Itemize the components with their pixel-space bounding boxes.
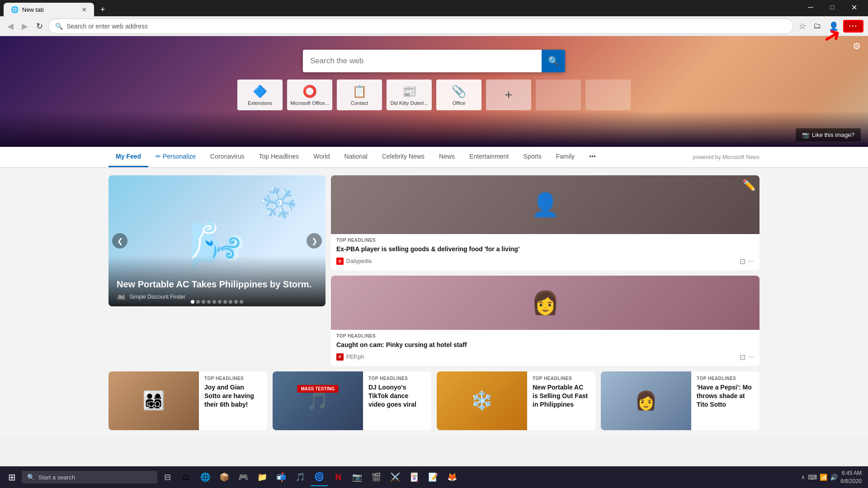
quick-link-empty1 [536, 80, 581, 110]
quick-link-extensions[interactable]: 🔷 Extensions [237, 80, 283, 110]
chrome-taskbar-button[interactable]: 🌐 [196, 468, 214, 486]
feed-nav-item-family[interactable]: Family [549, 147, 582, 167]
maximize-button[interactable]: □ [822, 0, 843, 14]
small-card-pepsi[interactable]: 👩 TOP HEADLINES 'Have a Pepsi': Mo throw… [601, 371, 760, 430]
refresh-button[interactable]: ↻ [33, 19, 46, 34]
feed-nav-item-entertainment[interactable]: Entertainment [462, 147, 516, 167]
new-tab-button[interactable]: + [96, 3, 110, 16]
quick-link-empty2 [585, 80, 631, 110]
favorites-icon[interactable]: ☆ [796, 19, 809, 34]
address-bar[interactable]: 🔍 Search or enter web address [48, 19, 793, 34]
feed-nav-item-celebrity[interactable]: Celebrity News [375, 147, 432, 167]
sotto-category: TOP HEADLINES [204, 376, 262, 381]
pba-title: Ex-PBA player is selling goods & deliver… [336, 245, 754, 253]
back-button[interactable]: ◀ [5, 19, 16, 34]
news-card-pinky[interactable]: 👩 TOP HEADLINES Caught on cam: Pinky cur… [331, 276, 760, 366]
search-button[interactable]: 🔍 [542, 50, 565, 72]
pep-icon: P [336, 353, 344, 361]
clash-button[interactable]: ⚔️ [386, 468, 404, 486]
network-icon[interactable]: 📶 [820, 474, 827, 481]
quick-link-add[interactable]: + [486, 80, 531, 110]
photos-button[interactable]: 📷 [348, 468, 366, 486]
pinky-person-icon: 👩 [531, 290, 559, 316]
feed-nav-item-more[interactable]: ••• [582, 147, 603, 167]
tray-up-icon[interactable]: ∧ [801, 474, 805, 480]
feed-nav-item-national[interactable]: National [337, 147, 375, 167]
active-tab[interactable]: 🌐 New tab ✕ [4, 3, 94, 16]
search-input[interactable] [303, 56, 542, 66]
xbox-button[interactable]: 🎮 [234, 468, 252, 486]
taskbar-time-display[interactable]: 6:45 AM 6/8/2020 [840, 469, 862, 485]
start-button[interactable]: ⊞ [3, 468, 21, 486]
edge-button[interactable]: 🌀 [310, 468, 328, 486]
dot-8 [229, 300, 232, 304]
small-card-sotto[interactable]: 👨‍👩‍👧‍👦 TOP HEADLINES Joy and Gian Sotto… [108, 371, 267, 430]
dailypedia-icon: D [336, 258, 344, 265]
clash2-button[interactable]: 🃏 [405, 468, 423, 486]
media-button[interactable]: 🎵 [291, 468, 309, 486]
settings-button[interactable]: ⚙ [853, 41, 861, 52]
duterte-icon: 📰 [402, 84, 416, 99]
feed-nav-item-myfeed[interactable]: My Feed [108, 147, 148, 167]
quick-link-duterte[interactable]: 📰 Did Kitty Dutert... [387, 80, 432, 110]
pba-save-button[interactable]: ⊡ [740, 257, 745, 266]
taskbar-search-box[interactable]: 🔍 Start a search [22, 471, 157, 483]
feed-nav: My Feed ✏ Personalize Coronavirus Top He… [0, 147, 868, 168]
profile-icon[interactable]: 👤 [826, 19, 841, 34]
feed-nav-item-sports[interactable]: Sports [516, 147, 548, 167]
pinky-save-button[interactable]: ⊡ [740, 353, 745, 361]
small-card-ac[interactable]: ❄️ TOP HEADLINES New Portable AC is Sell… [437, 371, 595, 430]
stickynotes-button[interactable]: 📝 [424, 468, 442, 486]
mail-button[interactable]: 📬 [272, 468, 290, 486]
netflix-button[interactable]: N [329, 468, 347, 486]
dot-6 [218, 300, 222, 304]
forward-button[interactable]: ▶ [19, 19, 31, 34]
feed-nav-item-world[interactable]: World [306, 147, 337, 167]
taskbar: ⊞ 🔍 Start a search ⊟ 🗂 🌐 📦 🎮 📁 📬 🎵 🌀 N 📷… [0, 466, 868, 488]
hero-section: 🔍 🔷 Extensions ⭕ Microsoft Office... 📋 C… [0, 36, 868, 147]
folder-button[interactable]: 📁 [253, 468, 271, 486]
more-button[interactable]: ··· [843, 20, 863, 33]
firefox-button[interactable]: 🦊 [443, 468, 461, 486]
next-arrow[interactable]: ❯ [307, 233, 322, 249]
news-card-pba[interactable]: 👤 ✏️ TOP HEADLINES Ex-PBA player is sell… [331, 175, 760, 270]
duterte-label: Did Kitty Dutert... [390, 100, 428, 106]
featured-card[interactable]: 🌬️ ❄️ New Portable AC Takes Philippines … [108, 175, 326, 306]
prev-arrow[interactable]: ❮ [112, 233, 127, 249]
pinky-title: Caught on cam: Pinky cursing at hotel st… [336, 341, 754, 349]
collections-icon[interactable]: 🗂 [811, 19, 824, 33]
feed-nav-item-top-headlines[interactable]: Top Headlines [252, 147, 307, 167]
quick-links-bar: 🔷 Extensions ⭕ Microsoft Office... 📋 Con… [237, 80, 631, 110]
news-top-row: 🌬️ ❄️ New Portable AC Takes Philippines … [108, 175, 760, 366]
quick-link-office[interactable]: ⭕ Microsoft Office... [287, 80, 332, 110]
taskbar-search-icon: 🔍 [27, 474, 35, 481]
office-icon: ⭕ [302, 84, 317, 99]
small-card-dj[interactable]: 🎵 MASS TESTING TOP HEADLINES DJ Loonyo's… [273, 371, 431, 430]
feed-nav-item-news[interactable]: News [432, 147, 462, 167]
quick-link-office2[interactable]: 📎 Office [436, 80, 481, 110]
minimize-button[interactable]: ─ [800, 0, 821, 14]
like-image-button[interactable]: 📷 Like this image? [796, 128, 861, 141]
close-button[interactable]: ✕ [844, 0, 864, 14]
tab-close-icon[interactable]: ✕ [82, 6, 87, 13]
dj-body: TOP HEADLINES DJ Loonyo's TikTok dance v… [363, 371, 431, 430]
feed-nav-item-personalize[interactable]: ✏ Personalize [148, 147, 203, 167]
quick-link-contact[interactable]: 📋 Contact [337, 80, 382, 110]
tab-title: New tab [22, 6, 78, 13]
file-explorer-button[interactable]: 🗂 [177, 468, 195, 486]
ac-title: New Portable AC is Selling Out Fast in P… [533, 383, 590, 409]
task-view-button[interactable]: ⊟ [158, 468, 176, 486]
featured-source-row: Ad Simple Discount Finder [117, 294, 317, 300]
office2-label: Office [453, 100, 466, 106]
keyboard-icon[interactable]: ⌨ [808, 474, 817, 481]
feed-nav-item-coronavirus[interactable]: Coronavirus [203, 147, 251, 167]
store-button[interactable]: 📦 [215, 468, 233, 486]
dot-3 [202, 300, 205, 304]
volume-icon[interactable]: 🔊 [830, 474, 838, 481]
pepsi-category: TOP HEADLINES [697, 376, 754, 381]
pba-more-button[interactable]: ··· [748, 257, 754, 265]
pinky-more-button[interactable]: ··· [748, 353, 754, 361]
premiere-button[interactable]: 🎬 [367, 468, 385, 486]
ac-device-img: ❄️ [254, 179, 304, 227]
search-box[interactable]: 🔍 [303, 50, 565, 72]
